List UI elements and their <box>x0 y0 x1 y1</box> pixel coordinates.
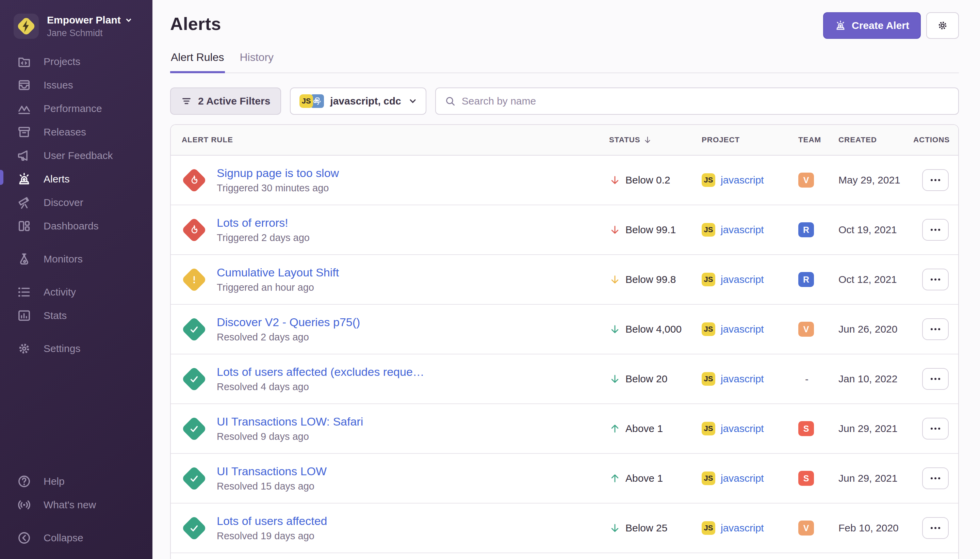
row-actions-button[interactable] <box>922 318 949 340</box>
help-icon <box>17 474 31 488</box>
sidebar-item-stats[interactable]: Stats <box>0 304 152 327</box>
sidebar-item-label: Help <box>44 476 64 487</box>
alert-rule-link[interactable]: Lots of users affected (excludes reque… <box>217 365 424 379</box>
sidebar-item-dashboards[interactable]: Dashboards <box>0 214 152 238</box>
project-link[interactable]: javascript <box>721 323 764 335</box>
sidebar-item-alerts[interactable]: Alerts <box>0 167 152 191</box>
table-body: Signup page is too slowTriggered 30 minu… <box>171 155 958 553</box>
alert-rule-subtext: Triggered 30 minutes ago <box>217 182 339 194</box>
sidebar-item-label: Collapse <box>44 532 83 544</box>
sidebar-item-what-s-new[interactable]: What's new <box>0 493 152 516</box>
alert-rule-link[interactable]: Signup page is too slow <box>217 167 339 180</box>
sidebar-item-releases[interactable]: Releases <box>0 120 152 144</box>
project-link[interactable]: javascript <box>721 224 764 236</box>
row-actions-button[interactable] <box>922 169 949 191</box>
actions-cell <box>913 418 958 440</box>
tab-history[interactable]: History <box>239 51 275 73</box>
create-alert-button[interactable]: Create Alert <box>823 12 921 39</box>
created-cell: Feb 10, 2020 <box>838 522 913 534</box>
column-header-actions[interactable]: Actions <box>913 136 958 144</box>
team-badge[interactable]: V <box>798 322 814 337</box>
sidebar-item-user-feedback[interactable]: User Feedback <box>0 144 152 167</box>
team-badge[interactable]: V <box>798 521 814 536</box>
org-switcher[interactable]: Empower Plant Jane Schmidt <box>0 0 152 39</box>
alert-rule-subtext: Resolved 19 days ago <box>217 531 327 542</box>
team-badge[interactable]: S <box>798 421 814 436</box>
status-cell: Below 99.1 <box>609 224 702 236</box>
alert-rule-link[interactable]: UI Transactions LOW: Safari <box>217 415 363 428</box>
alert-rule-link[interactable]: Lots of users affected <box>217 514 327 528</box>
sort-desc-icon <box>643 136 652 144</box>
row-actions-button[interactable] <box>922 219 949 241</box>
team-badge[interactable]: R <box>798 222 814 237</box>
sidebar-item-settings[interactable]: Settings <box>0 337 152 360</box>
team-none: - <box>798 374 808 385</box>
alert-rule-row: UI Transactions LOWResolved 15 days agoA… <box>171 454 958 503</box>
alert-rule-link[interactable]: Cumulative Layout Shift <box>217 266 339 279</box>
org-meta: Empower Plant Jane Schmidt <box>47 14 132 38</box>
column-header-status[interactable]: Status <box>609 136 702 144</box>
alert-rule-cell: Lots of errors!Triggered 2 days ago <box>171 216 609 243</box>
column-header-alert-rule[interactable]: Alert Rule <box>171 136 609 144</box>
column-header-team[interactable]: Team <box>798 136 838 144</box>
alert-rule-link[interactable]: Lots of errors! <box>217 216 310 230</box>
alert-rule-link[interactable]: UI Transactions LOW <box>217 465 327 478</box>
row-actions-button[interactable] <box>922 269 949 290</box>
search-input[interactable] <box>462 95 949 107</box>
active-filters-button[interactable]: 2 Active Filters <box>170 88 281 115</box>
feedback-icon <box>17 149 31 163</box>
javascript-project-icon: JS <box>702 422 715 435</box>
alert-status-critical-icon <box>181 217 207 243</box>
created-cell: Jun 26, 2020 <box>838 323 913 335</box>
team-badge[interactable]: R <box>798 272 814 287</box>
project-cell: JSjavascript <box>702 471 798 485</box>
team-badge[interactable]: V <box>798 173 814 188</box>
project-link[interactable]: javascript <box>721 373 764 385</box>
project-link[interactable]: javascript <box>721 274 764 285</box>
alert-rule-row: Lots of users affected (excludes reque…R… <box>171 354 958 404</box>
team-badge[interactable]: S <box>798 471 814 486</box>
sidebar-item-monitors[interactable]: Monitors <box>0 247 152 271</box>
sidebar-item-collapse[interactable]: Collapse <box>0 526 152 549</box>
project-link[interactable]: javascript <box>721 423 764 434</box>
alert-rule-subtext: Resolved 9 days ago <box>217 431 363 442</box>
row-actions-button[interactable] <box>922 418 949 440</box>
sidebar-item-label: Projects <box>44 56 80 68</box>
row-actions-button[interactable] <box>922 517 949 539</box>
search-icon <box>445 96 455 107</box>
sidebar-item-issues[interactable]: Issues <box>0 73 152 97</box>
sidebar-item-activity[interactable]: Activity <box>0 280 152 304</box>
row-actions-button[interactable] <box>922 368 949 390</box>
project-selector[interactable]: JS javascript, cdc <box>290 88 426 115</box>
tab-alert-rules[interactable]: Alert Rules <box>170 51 225 73</box>
alert-status-resolved-icon <box>181 466 207 491</box>
actions-cell <box>913 467 958 489</box>
column-header-created[interactable]: Created <box>838 136 913 144</box>
team-cell: R <box>798 272 838 287</box>
row-actions-button[interactable] <box>922 467 949 489</box>
settings-button[interactable] <box>926 12 959 39</box>
created-cell: Jun 29, 2021 <box>838 473 913 484</box>
sidebar-item-help[interactable]: Help <box>0 470 152 493</box>
alert-rule-subtext: Resolved 2 days ago <box>217 332 360 343</box>
status-value: Below 25 <box>625 522 667 534</box>
status-cell: Above 1 <box>609 473 702 484</box>
arrow-down-icon <box>609 174 621 186</box>
actions-cell <box>913 169 958 191</box>
sidebar-item-projects[interactable]: Projects <box>0 50 152 73</box>
sidebar-item-discover[interactable]: Discover <box>0 191 152 214</box>
sidebar-nav: ProjectsIssuesPerformanceReleasesUser Fe… <box>0 50 152 360</box>
team-cell: R <box>798 222 838 237</box>
project-link[interactable]: javascript <box>721 522 764 534</box>
sidebar-item-performance[interactable]: Performance <box>0 97 152 120</box>
sidebar-item-label: Monitors <box>44 253 82 265</box>
project-link[interactable]: javascript <box>721 174 764 186</box>
column-header-project[interactable]: Project <box>702 136 798 144</box>
create-alert-label: Create Alert <box>852 20 909 31</box>
status-value: Above 1 <box>625 423 663 434</box>
gear-icon <box>936 20 949 31</box>
performance-icon <box>17 101 31 116</box>
javascript-project-icon: JS <box>702 471 715 485</box>
alert-rule-link[interactable]: Discover V2 - Queries p75() <box>217 316 360 329</box>
project-link[interactable]: javascript <box>721 473 764 484</box>
